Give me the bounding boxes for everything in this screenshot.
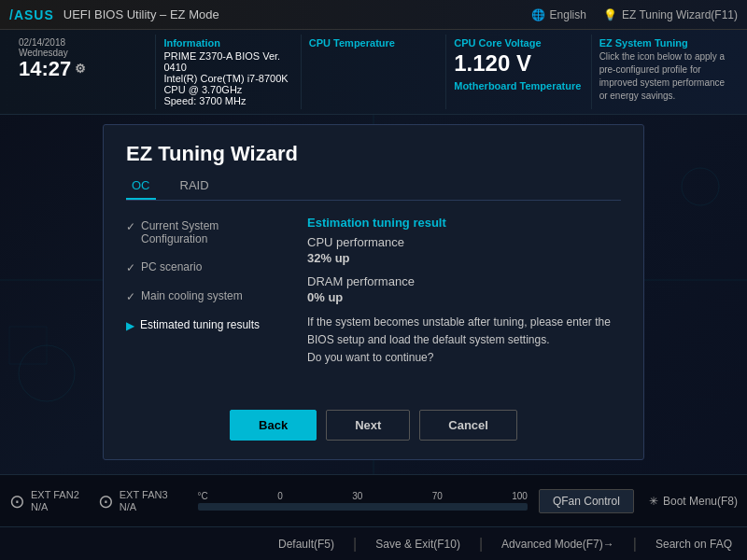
cpu-voltage-label: CPU Core Voltage [454,37,583,49]
asterisk-icon: ✳ [649,495,658,508]
fan-item-2: ⊙ EXT FAN3 N/A [98,489,168,512]
qfan-control-button[interactable]: QFan Control [539,489,634,513]
check-icon-2: ✓ [126,261,135,274]
lightbulb-icon: 💡 [603,8,617,21]
check-icon-1: ✓ [126,220,135,233]
ez-wizard-button[interactable]: 💡 EZ Tuning Wizard(F11) [603,8,738,21]
check-icon-3: ✓ [126,290,135,303]
wizard-tabs: OC RAID [126,175,621,201]
play-icon: ▶ [126,319,134,332]
back-button[interactable]: Back [230,410,317,441]
step-cooling[interactable]: ✓ Main cooling system [126,289,285,303]
fan-icon-1: ⊙ [9,490,25,512]
footer-bar: Default(F5) | Save & Exit(F10) | Advance… [0,526,747,560]
language-selector[interactable]: 🌐 English [531,8,586,21]
info-line3: Speed: 3700 MHz [163,95,292,106]
cpu-temp-label: CPU Temperature [309,37,438,49]
tab-raid[interactable]: RAID [175,175,215,200]
fan-bar-area: °C 0 30 70 100 [198,491,528,511]
bios-title: UEFI BIOS Utility – EZ Mode [63,7,219,21]
tab-oc[interactable]: OC [126,175,156,200]
cpu-voltage-section: CPU Core Voltage 1.120 V Motherboard Tem… [446,35,591,109]
info-label: Information [163,37,292,49]
cancel-button[interactable]: Cancel [419,410,517,441]
datetime-section: 02/14/2018 Wednesday 14:27 ⚙ [11,35,156,109]
fan3-label: EXT FAN3 [120,489,168,501]
step-pc-scenario[interactable]: ✓ PC scenario [126,260,285,274]
asus-logo: /ASUS [9,7,54,22]
fan-bar-header: °C 0 30 70 100 [198,491,528,501]
bottom-fan-area: ⊙ EXT FAN2 N/A ⊙ EXT FAN3 N/A °C 0 30 70… [0,474,747,526]
footer-default[interactable]: Default(F5) [278,538,334,551]
cpu-temp-section: CPU Temperature [302,35,446,109]
footer-advanced-mode[interactable]: Advanced Mode(F7)→ [501,538,614,551]
wizard-title: EZ Tuning Wizard [126,142,621,166]
top-bar: /ASUS UEFI BIOS Utility – EZ Mode 🌐 Engl… [0,0,747,30]
info-line1: PRIME Z370-A BIOS Ver. 0410 [163,50,292,73]
ez-system-desc: Click the icon below to apply a pre-conf… [599,50,728,103]
result-warning: If the system becomes unstable after tun… [307,314,621,368]
info-section: Information PRIME Z370-A BIOS Ver. 0410 … [156,35,301,109]
cpu-perf-value: 32% up [307,251,621,265]
cpu-voltage-value: 1.120 V [454,50,583,77]
fan3-value: N/A [120,501,168,512]
fan-icon-2: ⊙ [98,490,114,512]
dram-perf-value: 0% up [307,290,621,304]
mb-temp-label: Motherboard Temperature [454,80,583,91]
footer-save-exit[interactable]: Save & Exit(F10) [375,538,460,551]
fan-item-1: ⊙ EXT FAN2 N/A [9,489,79,512]
ez-system-label: EZ System Tuning [599,37,728,49]
wizard-body: ✓ Current System Configuration ✓ PC scen… [126,216,621,402]
step-tuning-results[interactable]: ▶ Estimated tuning results [126,318,285,332]
step-system-config[interactable]: ✓ Current System Configuration [126,219,285,245]
fan-bar-bg [198,503,528,511]
ez-system-section: EZ System Tuning Click the icon below to… [592,35,736,109]
boot-menu-button[interactable]: ✳ Boot Menu(F8) [649,495,738,508]
dram-perf-label: DRAM performance [307,274,621,288]
next-button[interactable]: Next [326,410,410,441]
footer-search-faq[interactable]: Search on FAQ [655,538,732,551]
header-area: 02/14/2018 Wednesday 14:27 ⚙ Information… [0,30,747,115]
time-display: 14:27 ⚙ [19,58,148,80]
wizard-container: EZ Tuning Wizard OC RAID ✓ Current Syste… [103,124,644,460]
cpu-perf-label: CPU performance [307,235,621,249]
result-title: Estimation tuning result [307,216,621,230]
fan2-value: N/A [31,501,79,512]
settings-icon[interactable]: ⚙ [75,63,86,76]
steps-sidebar: ✓ Current System Configuration ✓ PC scen… [126,216,285,402]
date-display: 02/14/2018 [19,37,148,48]
globe-icon: 🌐 [531,8,545,21]
fan2-label: EXT FAN2 [31,489,79,501]
main-area: EZ Tuning Wizard OC RAID ✓ Current Syste… [0,115,747,460]
wizard-content: Estimation tuning result CPU performance… [300,216,621,402]
info-line2: Intel(R) Core(TM) i7-8700K CPU @ 3.70GHz [163,73,292,95]
top-bar-right: 🌐 English 💡 EZ Tuning Wizard(F11) [531,8,738,21]
wizard-buttons: Back Next Cancel [126,410,621,441]
